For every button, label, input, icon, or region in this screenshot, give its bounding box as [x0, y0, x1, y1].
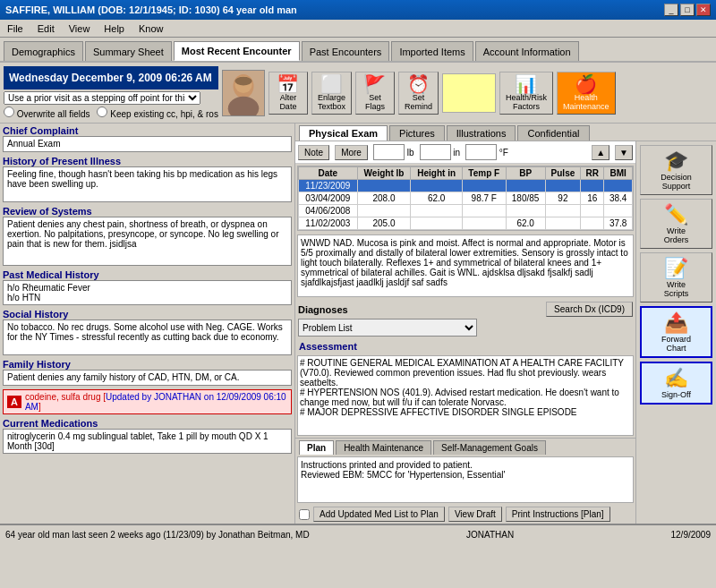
- blank-yellow-area: [442, 73, 496, 113]
- plan-content[interactable]: Instructions printed and provided to pat…: [297, 456, 634, 503]
- visit-dropdown-area[interactable]: Use a prior visit as a stepping off poin…: [4, 91, 218, 105]
- status-right: 12/9/2009: [670, 530, 711, 540]
- health-maintenance-icon: 🍎: [575, 75, 597, 93]
- write-scripts-button[interactable]: 📝 WriteScripts: [640, 252, 712, 303]
- plan-tab-self-mgmt[interactable]: Self-Management Goals: [433, 440, 546, 455]
- radio-overwrite[interactable]: [4, 107, 14, 117]
- chart-scroll-btn2[interactable]: ▼: [615, 145, 633, 160]
- col-date: Date: [299, 167, 358, 180]
- right-body: Note More lb in °F ▲: [295, 141, 635, 524]
- status-bar: 64 year old man last seen 2 weeks ago (1…: [0, 524, 716, 543]
- height-input[interactable]: [420, 144, 451, 160]
- phys-tab-confidential[interactable]: Confidential: [517, 125, 589, 141]
- view-draft-button[interactable]: View Draft: [448, 507, 502, 522]
- print-instructions-button[interactable]: Print Instructions [Plan]: [506, 507, 610, 522]
- maximize-button[interactable]: □: [680, 4, 695, 16]
- assessment-label: Assessment: [295, 339, 635, 354]
- status-left: 64 year old man last seen 2 weeks ago (1…: [5, 530, 310, 540]
- family-content[interactable]: Patient denies any family history of CAD…: [3, 370, 292, 386]
- diagnoses-dropdown[interactable]: Problem List: [298, 319, 477, 337]
- phys-tab-pictures[interactable]: Pictures: [389, 125, 445, 141]
- ros-section: Review of Systems Patient denies any che…: [3, 206, 292, 266]
- sign-off-icon: ✍️: [664, 367, 688, 390]
- temp-input[interactable]: [465, 144, 497, 160]
- table-row[interactable]: 04/06/2008: [299, 205, 633, 217]
- temp-label: °F: [465, 144, 508, 160]
- window-controls[interactable]: _ □ ✕: [664, 4, 711, 16]
- social-content[interactable]: No tobacco. No rec drugs. Some alcohol u…: [3, 320, 292, 355]
- hpi-content[interactable]: Feeling fine, though hasn't been taking …: [3, 166, 292, 202]
- alter-date-button[interactable]: 📅 AlterDate: [268, 72, 308, 115]
- top-section: Wednesday December 9, 2009 06:26 AM Use …: [0, 63, 716, 124]
- health-maintenance-button[interactable]: 🍎 HealthMaintenance: [557, 72, 616, 115]
- note-button[interactable]: Note: [298, 145, 329, 160]
- radio-keep[interactable]: [97, 107, 107, 117]
- pmh-content[interactable]: h/o Rheumatic Fever h/o HTN: [3, 280, 292, 305]
- add-med-checkbox-label[interactable]: [299, 509, 310, 520]
- decision-support-icon: 🎓: [664, 149, 688, 173]
- tab-imported-items[interactable]: Imported Items: [391, 41, 473, 61]
- health-risk-button[interactable]: 📊 Health/RiskFactors: [499, 72, 553, 115]
- exam-notes[interactable]: WNWD NAD. Mucosa is pink and moist. Affe…: [297, 234, 634, 297]
- tab-most-recent-encounter[interactable]: Most Recent Encounter: [174, 41, 300, 61]
- weight-label: lb: [373, 144, 414, 160]
- forward-chart-icon: 📤: [664, 311, 688, 335]
- menu-file[interactable]: File: [4, 22, 27, 35]
- set-remind-button[interactable]: ⏰ SetRemind: [398, 72, 439, 115]
- enlarge-textbox-button[interactable]: ⬜ EnlargeTextbox: [311, 72, 352, 115]
- weight-input[interactable]: [373, 144, 405, 160]
- ros-content[interactable]: Patient denies any chest pain, shortness…: [3, 217, 292, 266]
- health-risk-icon: 📊: [515, 75, 537, 93]
- minimize-button[interactable]: _: [664, 4, 678, 16]
- tab-demographics[interactable]: Demographics: [4, 41, 83, 61]
- radio-overwrite-label[interactable]: Overwrite all fields: [4, 107, 90, 119]
- chart-scroll-btn[interactable]: ▲: [592, 145, 609, 160]
- menu-edit[interactable]: Edit: [34, 22, 58, 35]
- tab-summary-sheet[interactable]: Summary Sheet: [85, 41, 172, 61]
- social-label: Social History: [3, 309, 292, 320]
- body-section: Chief Complaint Annual Exam History of P…: [0, 124, 716, 524]
- plan-section: Plan Health Maintenance Self-Management …: [295, 438, 635, 524]
- search-dx-button[interactable]: Search Dx (ICD9): [546, 302, 633, 317]
- allergies-header: A codeine, sulfa drug [Updated by JONATH…: [7, 392, 287, 412]
- plan-tab-health-maintenance[interactable]: Health Maintenance: [336, 440, 431, 455]
- plan-tab-plan[interactable]: Plan: [299, 440, 334, 455]
- chief-complaint-content[interactable]: Annual Exam: [3, 136, 292, 152]
- pmh-label: Past Medical History: [3, 269, 292, 280]
- menu-help[interactable]: Help: [100, 22, 128, 35]
- table-row[interactable]: 03/04/2009208.062.098.7 F180/85921638.4: [299, 192, 633, 205]
- vitals-table: Date Weight lb Height in Temp F BP Pulse…: [298, 166, 633, 230]
- family-label: Family History: [3, 359, 292, 370]
- add-med-checkbox[interactable]: [299, 509, 310, 520]
- visit-select[interactable]: Use a prior visit as a stepping off poin…: [4, 91, 200, 105]
- table-row[interactable]: 11/23/2009: [299, 180, 633, 192]
- current-meds-content[interactable]: nitroglycerin 0.4 mg sublingual tablet, …: [3, 429, 292, 454]
- vitals-table-section: Date Weight lb Height in Temp F BP Pulse…: [297, 166, 634, 231]
- set-flags-button[interactable]: 🚩 SetFlags: [355, 72, 395, 115]
- forward-chart-button[interactable]: 📤 ForwardChart: [640, 306, 712, 358]
- hpi-label: History of Present Illness: [3, 156, 292, 166]
- tab-account-information[interactable]: Account Information: [475, 41, 579, 61]
- add-updated-med-button[interactable]: Add Updated Med List to Plan: [313, 507, 445, 522]
- svg-point-3: [234, 76, 251, 85]
- decision-support-button[interactable]: 🎓 DecisionSupport: [640, 145, 712, 195]
- patient-photo: [222, 70, 265, 116]
- radio-keep-label[interactable]: Keep existing cc, hpi, & ros: [97, 107, 217, 119]
- write-orders-button[interactable]: ✏️ WriteOrders: [640, 199, 712, 249]
- menu-know[interactable]: Know: [135, 22, 167, 35]
- menu-view[interactable]: View: [65, 22, 94, 35]
- table-row[interactable]: 11/02/2003205.062.037.8: [299, 217, 633, 230]
- close-button[interactable]: ✕: [696, 4, 711, 16]
- more-button[interactable]: More: [335, 145, 368, 160]
- plan-footer: Add Updated Med List to Plan View Draft …: [295, 505, 635, 524]
- phys-tab-illustrations[interactable]: Illustrations: [447, 125, 516, 141]
- sign-off-button[interactable]: ✍️ Sign-Off: [640, 362, 712, 405]
- diagnoses-header: Diagnoses Search Dx (ICD9): [298, 302, 633, 317]
- phys-tab-exam[interactable]: Physical Exam: [299, 125, 388, 141]
- tab-past-encounters[interactable]: Past Encounters: [302, 41, 390, 61]
- assessment-content[interactable]: # ROUTINE GENERAL MEDICAL EXAMINATION AT…: [297, 355, 634, 436]
- status-middle: JONATHAN: [466, 530, 514, 540]
- svg-point-1: [228, 96, 260, 115]
- col-weight: Weight lb: [357, 167, 411, 180]
- current-meds-label: Current Medications: [3, 418, 292, 429]
